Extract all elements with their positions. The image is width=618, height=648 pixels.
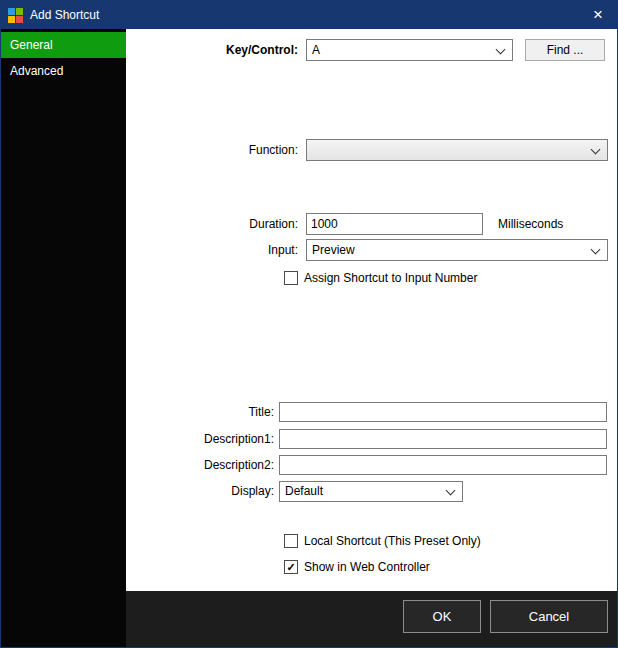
- local-shortcut-label: Local Shortcut (This Preset Only): [304, 534, 481, 548]
- web-controller-checkbox[interactable]: ✓ Show in Web Controller: [284, 558, 430, 576]
- input-combobox[interactable]: Preview: [306, 239, 608, 261]
- title-bar: Add Shortcut ×: [1, 1, 617, 29]
- ok-button[interactable]: OK: [403, 600, 481, 633]
- display-value: Default: [280, 482, 462, 501]
- input-label: Input:: [126, 239, 298, 261]
- app-icon-tile: [8, 16, 15, 23]
- title-label: Title:: [126, 402, 274, 422]
- key-control-combobox[interactable]: A: [306, 39, 513, 61]
- find-button[interactable]: Find ...: [525, 39, 605, 61]
- function-label: Function:: [126, 139, 298, 161]
- title-input[interactable]: [279, 402, 607, 422]
- sidebar: General Advanced: [1, 29, 126, 647]
- key-control-label: Key/Control:: [126, 39, 298, 61]
- duration-units-label: Milliseconds: [498, 213, 563, 235]
- display-label: Display:: [126, 481, 274, 502]
- app-icon-tile: [16, 8, 23, 15]
- cancel-button[interactable]: Cancel: [490, 600, 608, 633]
- chevron-down-icon: [591, 145, 601, 155]
- display-combobox[interactable]: Default: [279, 481, 463, 502]
- assign-shortcut-label: Assign Shortcut to Input Number: [304, 271, 477, 285]
- add-shortcut-dialog: Add Shortcut × General Advanced Key/Cont…: [0, 0, 618, 648]
- function-combobox[interactable]: [306, 139, 608, 161]
- footer-bar: OK Cancel: [126, 591, 617, 647]
- description1-input[interactable]: [279, 429, 607, 449]
- assign-shortcut-checkbox[interactable]: Assign Shortcut to Input Number: [284, 269, 477, 287]
- general-panel: Key/Control: A Find ... Function: Durati…: [126, 29, 617, 591]
- web-controller-label: Show in Web Controller: [304, 560, 430, 574]
- check-icon: ✓: [286, 562, 295, 573]
- input-value: Preview: [307, 240, 607, 260]
- sidebar-item-general[interactable]: General: [1, 32, 126, 58]
- description2-input[interactable]: [279, 455, 607, 475]
- app-icon-tile: [16, 16, 23, 23]
- checkbox-box: ✓: [284, 560, 298, 574]
- local-shortcut-checkbox[interactable]: Local Shortcut (This Preset Only): [284, 532, 481, 550]
- description1-label: Description1:: [126, 429, 274, 449]
- sidebar-item-advanced[interactable]: Advanced: [1, 58, 126, 84]
- duration-label: Duration:: [126, 213, 298, 235]
- window-title: Add Shortcut: [30, 1, 99, 29]
- checkbox-box: [284, 271, 298, 285]
- close-icon: ×: [593, 5, 603, 25]
- close-button[interactable]: ×: [579, 1, 617, 29]
- checkbox-box: [284, 534, 298, 548]
- description2-label: Description2:: [126, 455, 274, 475]
- duration-input[interactable]: [306, 213, 483, 235]
- key-control-value: A: [307, 40, 512, 60]
- app-icon-tile: [8, 8, 15, 15]
- app-icon: [8, 8, 23, 23]
